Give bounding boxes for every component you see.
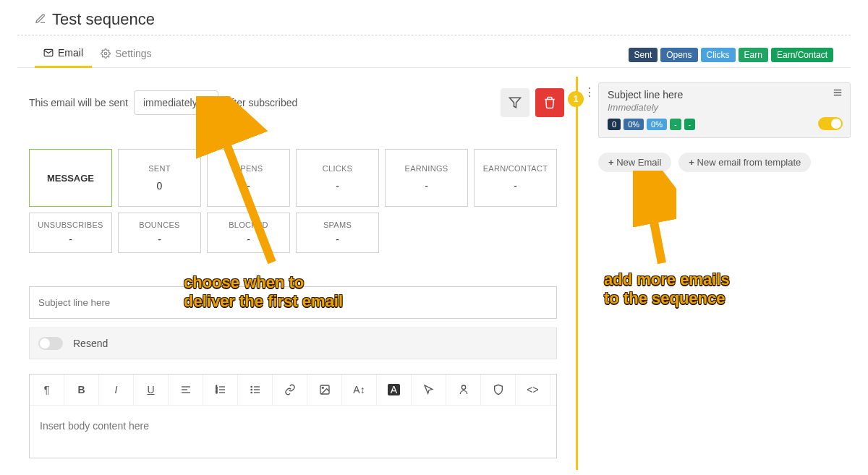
delete-button[interactable] — [535, 88, 564, 117]
stat-clicks: CLICKS- — [296, 149, 379, 207]
stat-blocked: BLOCKED- — [207, 213, 290, 253]
new-email-template-button[interactable]: + New email from template — [678, 153, 811, 172]
stat-opens: OPENS- — [207, 149, 290, 207]
resend-label: Resend — [73, 338, 108, 349]
pill-earn-contact[interactable]: Earn/Contact — [771, 48, 833, 62]
svg-point-14 — [251, 386, 252, 387]
resend-toggle[interactable] — [38, 337, 63, 350]
annotation-2: add more emails to the sequence — [604, 270, 730, 309]
toolbar-ol-icon[interactable]: 123 — [203, 375, 238, 405]
svg-line-26 — [646, 181, 662, 263]
stat-bounces: BOUNCES- — [118, 213, 201, 253]
stat-earnings: EARNINGS- — [385, 149, 468, 207]
toolbar-user-icon[interactable] — [446, 375, 481, 405]
toolbar-bold-icon[interactable]: B — [64, 375, 99, 405]
pill-clicks[interactable]: Clicks — [701, 48, 736, 62]
svg-text:3: 3 — [216, 390, 218, 394]
toolbar-paragraph-icon[interactable]: ¶ — [30, 375, 64, 405]
pill-earn[interactable]: Earn — [739, 48, 768, 62]
schedule-select[interactable]: immediately — [134, 90, 218, 115]
toolbar-code-icon[interactable]: <> — [516, 375, 550, 405]
svg-point-15 — [251, 389, 252, 390]
schedule-lead: This email will be sent — [29, 97, 128, 108]
pencil-icon[interactable] — [35, 13, 46, 27]
card-chip-earn: - — [670, 119, 681, 130]
sequence-step-card[interactable]: Subject line here Immediately 0 0% 0% - … — [598, 82, 851, 138]
svg-point-1 — [104, 52, 107, 55]
toolbar-link-icon[interactable] — [273, 375, 307, 405]
step-badge: 1 — [568, 91, 584, 107]
toolbar-italic-icon[interactable]: I — [99, 375, 134, 405]
tab-settings[interactable]: Settings — [92, 43, 161, 67]
card-when: Immediately — [608, 102, 841, 113]
stat-unsubscribes: UNSUBSCRIBES- — [29, 213, 112, 253]
card-active-toggle[interactable] — [818, 117, 843, 130]
new-email-button[interactable]: + New Email — [598, 153, 671, 172]
svg-point-18 — [322, 387, 323, 388]
pill-sent[interactable]: Sent — [629, 48, 658, 62]
card-menu-icon[interactable] — [831, 87, 844, 100]
subject-input[interactable] — [29, 286, 557, 319]
tab-email[interactable]: Email — [35, 43, 92, 68]
card-subject: Subject line here — [608, 89, 841, 100]
stat-earn-contact: EARN/CONTACT- — [474, 149, 557, 207]
stat-message: MESSAGE — [29, 149, 112, 207]
tab-settings-label: Settings — [115, 48, 152, 59]
toolbar-ul-icon[interactable] — [238, 375, 273, 405]
toolbar-align-icon[interactable] — [169, 375, 203, 405]
toolbar-cursor-icon[interactable] — [412, 375, 446, 405]
toolbar-fontsize-icon[interactable]: A↕ — [342, 375, 377, 405]
page-title: Test sequence — [52, 10, 155, 29]
card-chip-clicks: 0% — [647, 119, 667, 130]
card-chip-ec: - — [684, 119, 696, 130]
editor-body[interactable]: Insert body content here — [30, 406, 556, 458]
filter-button[interactable] — [501, 88, 529, 117]
new-email-template-label: New email from template — [697, 157, 801, 168]
tab-email-label: Email — [58, 47, 83, 59]
stat-message-label: MESSAGE — [47, 173, 94, 184]
schedule-select-value: immediately — [143, 97, 197, 108]
toolbar-textcolor-icon[interactable]: A — [377, 375, 412, 405]
toolbar-shield-icon[interactable] — [481, 375, 516, 405]
svg-point-19 — [461, 385, 465, 389]
toolbar-underline-icon[interactable]: U — [134, 375, 169, 405]
toolbar-image-icon[interactable] — [307, 375, 342, 405]
chevron-down-icon — [206, 101, 212, 105]
card-chip-sent: 0 — [608, 119, 621, 130]
svg-point-16 — [251, 392, 252, 393]
pill-opens[interactable]: Opens — [660, 48, 697, 62]
card-chip-opens: 0% — [624, 119, 644, 130]
resend-row: Resend — [29, 328, 557, 359]
schedule-trail: after subscribed — [226, 97, 298, 108]
stat-spams: SPAMS- — [296, 213, 379, 253]
new-email-label: New Email — [616, 157, 661, 168]
stat-sent: SENT0 — [118, 149, 201, 207]
